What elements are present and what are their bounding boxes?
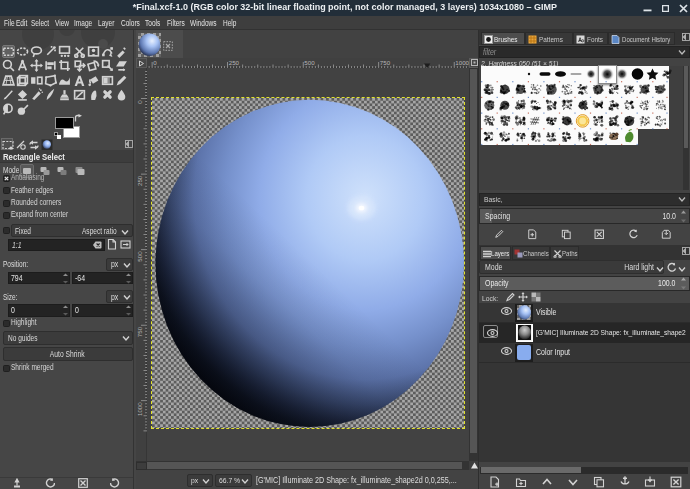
svg-text:250: 250 bbox=[136, 175, 143, 186]
svg-text:0: 0 bbox=[136, 100, 143, 104]
svg-text:750: 750 bbox=[136, 326, 143, 337]
svg-text:250: 250 bbox=[228, 58, 239, 65]
svg-text:500: 500 bbox=[304, 58, 315, 65]
svg-text:500: 500 bbox=[136, 251, 143, 262]
svg-text:0: 0 bbox=[153, 58, 157, 65]
svg-text:750: 750 bbox=[379, 58, 390, 65]
svg-text:1000: 1000 bbox=[136, 402, 143, 416]
svg-text:1000: 1000 bbox=[455, 58, 469, 65]
